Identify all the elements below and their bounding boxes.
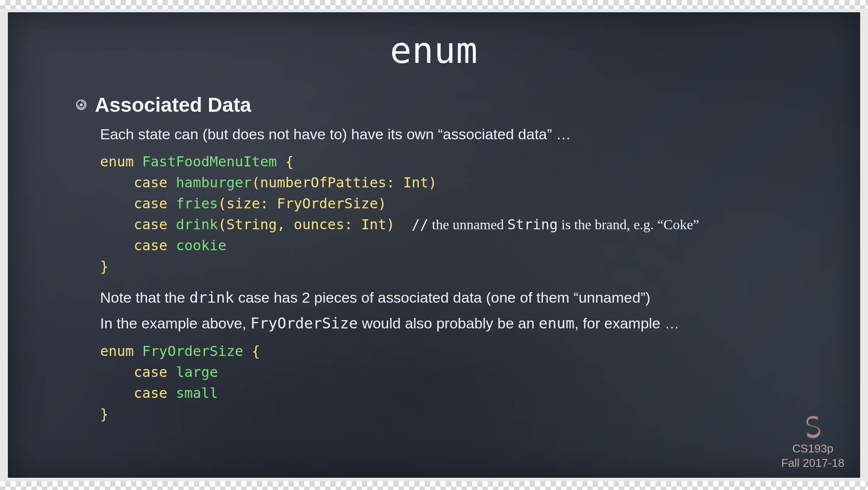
note-text: , for example … <box>575 315 680 331</box>
code-token: enum <box>100 153 134 170</box>
code-comment: the unnamed <box>428 217 507 232</box>
note-line-1: Note that the drink case has 2 pieces of… <box>100 286 825 309</box>
section-heading: Associated Data <box>95 93 251 117</box>
slide: enum Associated Data Each state can (but… <box>8 12 860 478</box>
code-token: FryOrderSize <box>142 343 243 359</box>
code-token: case <box>134 195 167 212</box>
code-token: case <box>134 237 167 254</box>
note-text: case has 2 pieces of associated data (on… <box>234 289 651 306</box>
code-token: (String, ounces: Int) <box>218 216 395 233</box>
code-token: } <box>100 406 108 422</box>
code-token: FastFoodMenuItem <box>142 153 277 170</box>
stanford-logo-icon <box>801 414 825 439</box>
note-text: Note that the <box>100 289 189 306</box>
code-token: case <box>134 174 167 191</box>
intro-text: Each state can (but does not have to) ha… <box>100 124 825 145</box>
code-token: (size: FryOrderSize) <box>218 195 386 212</box>
note-line-2: In the example above, FryOrderSize would… <box>100 312 825 335</box>
code-token: hamburger <box>176 174 251 191</box>
code-token: drink <box>176 216 218 233</box>
code-block-2: enum FryOrderSize { case large case smal… <box>100 341 825 424</box>
transparency-strip-top <box>0 0 868 9</box>
code-comment-mono: String <box>507 216 558 233</box>
code-token: { <box>252 343 260 359</box>
code-block-1: enum FastFoodMenuItem { case hamburger(n… <box>100 151 825 277</box>
code-token: fries <box>176 195 218 212</box>
code-comment-slashes: // <box>412 216 429 233</box>
footer-course: CS193p <box>781 442 844 456</box>
code-token: cookie <box>176 237 226 254</box>
note-text: In the example above, <box>100 315 250 331</box>
code-token: small <box>176 385 218 401</box>
swirl-bullet-icon <box>76 99 87 110</box>
code-token: large <box>176 364 218 380</box>
note-mono: FryOrderSize <box>250 314 358 332</box>
code-token: enum <box>100 343 134 359</box>
svg-point-1 <box>80 104 83 107</box>
code-token: (numberOfPatties: Int) <box>252 174 437 191</box>
code-token: { <box>285 153 294 170</box>
slide-content: Associated Data Each state can (but does… <box>76 93 825 434</box>
slide-footer: CS193p Fall 2017-18 <box>781 414 844 470</box>
code-token: case <box>134 364 167 380</box>
footer-term: Fall 2017-18 <box>781 456 844 470</box>
note-mono: enum <box>539 314 575 332</box>
code-token: } <box>100 258 108 275</box>
code-token: case <box>134 216 167 233</box>
note-text: would also probably be an <box>358 315 539 331</box>
code-comment: is the brand, e.g. “Coke” <box>558 217 699 232</box>
transparency-strip-bottom <box>0 481 868 490</box>
note-mono: drink <box>189 289 234 306</box>
code-token: case <box>134 385 167 401</box>
slide-title: enum <box>8 30 860 71</box>
section-heading-row: Associated Data <box>76 93 825 117</box>
